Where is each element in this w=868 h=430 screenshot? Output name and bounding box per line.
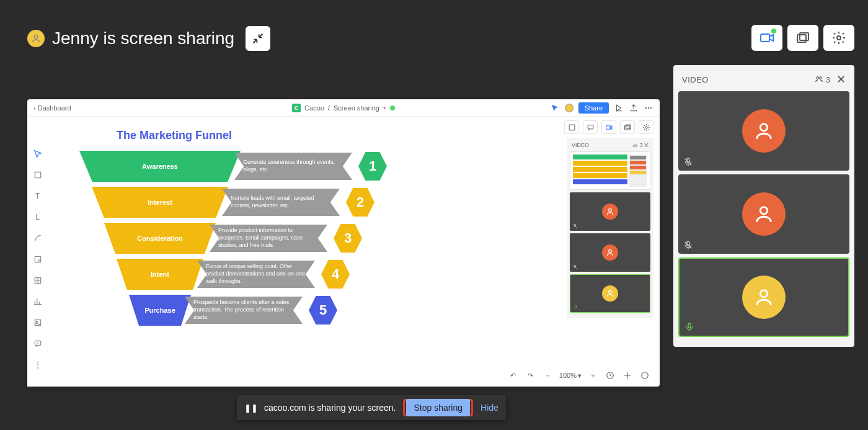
chevron-down-icon[interactable]: ▾ (383, 105, 386, 111)
funnel-stage[interactable]: Interest (92, 187, 228, 218)
inner-participant-count: ᨁ 3 ✕ (632, 142, 649, 149)
hide-button[interactable]: Hide (480, 403, 498, 413)
funnel-row: Awareness Generate awareness through eve… (61, 151, 647, 182)
svg-rect-12 (688, 323, 691, 328)
svg-point-0 (34, 35, 37, 38)
video-button[interactable] (751, 25, 782, 51)
svg-point-14 (648, 107, 649, 108)
present-button[interactable] (787, 25, 818, 51)
participant-count: 3 (814, 75, 830, 84)
settings-button[interactable] (823, 25, 854, 51)
funnel-row: Consideration Provide product informatio… (61, 223, 647, 254)
app-badge: C (292, 104, 301, 112)
video-panel-header: VIDEO 3 ✕ (678, 71, 849, 91)
text-tool[interactable]: T (32, 190, 44, 202)
svg-rect-1 (761, 34, 769, 42)
funnel-number: 4 (321, 260, 350, 289)
sticky-tool[interactable] (32, 253, 44, 266)
svg-rect-26 (626, 125, 631, 129)
participant-avatar (742, 275, 786, 319)
share-button[interactable]: Share (578, 102, 609, 114)
layers-icon[interactable] (620, 120, 635, 134)
video-tile[interactable] (678, 174, 849, 254)
svg-point-32 (609, 290, 612, 293)
chat-icon[interactable] (583, 120, 598, 134)
share-message: cacoo.com is sharing your screen. (264, 403, 396, 413)
history-icon[interactable] (604, 369, 616, 382)
back-to-dashboard[interactable]: ‹ Dashboard (33, 104, 71, 112)
canvas-bottom-controls: ↶ ↷ － 100% ▾ ＋ (507, 369, 651, 382)
funnel-stage[interactable]: Purchase (129, 295, 191, 326)
redo-icon[interactable]: ↷ (525, 369, 537, 382)
browser-share-bar: ❚❚ cacoo.com is sharing your screen. Sto… (237, 395, 506, 420)
play-icon[interactable] (614, 103, 624, 113)
svg-rect-23 (588, 125, 593, 128)
more-tools[interactable]: ⋮ (32, 359, 44, 371)
svg-rect-24 (606, 125, 610, 128)
svg-rect-17 (35, 256, 40, 262)
video-panel-title: VIDEO (682, 75, 709, 84)
funnel-number: 1 (358, 152, 387, 181)
zoom-level[interactable]: 100% ▾ (559, 372, 582, 380)
app-topbar: ‹ Dashboard C Cacoo / Screen sharing ▾ S… (27, 99, 660, 117)
tool-rail: T L ⋮ (27, 117, 48, 387)
sheet-icon[interactable] (564, 120, 579, 134)
svg-point-6 (819, 77, 822, 79)
stop-sharing-button[interactable]: Stop sharing (406, 399, 470, 416)
svg-point-15 (650, 107, 652, 108)
zoom-out-icon[interactable]: － (542, 369, 554, 382)
svg-rect-16 (35, 172, 40, 177)
pen-tool[interactable] (32, 232, 44, 244)
funnel-row: Purchase Prospects become clients after … (61, 295, 647, 326)
svg-point-20 (36, 321, 37, 322)
fit-icon[interactable] (621, 369, 634, 382)
video-tile[interactable] (678, 91, 849, 171)
shared-screen-window: ‹ Dashboard C Cacoo / Screen sharing ▾ S… (27, 99, 660, 387)
funnel-number: 3 (334, 224, 362, 253)
funnel-row: Intent Focus of unique selling point. Of… (61, 259, 647, 290)
pointer-icon[interactable] (550, 103, 560, 113)
screen-share-header: Jenny is screen sharing (27, 26, 270, 51)
svg-point-11 (760, 290, 767, 297)
canvas-toolbar (564, 120, 653, 134)
shape-tool[interactable] (32, 169, 44, 181)
funnel-desc[interactable]: Provide product information to prospects… (210, 225, 327, 252)
canvas-area[interactable]: VIDEO ᨁ 3 ✕ (48, 117, 660, 387)
chart-tool[interactable] (32, 295, 44, 308)
collapse-button[interactable] (246, 26, 270, 51)
video-icon[interactable] (601, 120, 616, 134)
funnel-row: Interest Nurture leads with email, targe… (61, 187, 647, 218)
gear-icon[interactable] (639, 120, 653, 134)
mic-active-icon (684, 322, 694, 332)
funnel-number: 5 (309, 296, 337, 325)
undo-icon[interactable]: ↶ (507, 369, 520, 382)
pause-icon[interactable]: ❚❚ (244, 403, 258, 413)
participant-avatar (742, 192, 786, 236)
funnel-stage[interactable]: Consideration (104, 223, 216, 254)
more-icon[interactable] (644, 103, 653, 113)
line-tool[interactable]: L (32, 211, 44, 223)
funnel-desc[interactable]: Focus of unique selling point. Offer pro… (197, 261, 315, 288)
help-icon[interactable] (639, 369, 651, 382)
video-tile-self[interactable] (678, 258, 849, 337)
close-icon[interactable]: ✕ (836, 73, 846, 86)
svg-rect-25 (624, 125, 629, 130)
zoom-in-icon[interactable]: ＋ (587, 369, 599, 382)
stop-sharing-highlight: Stop sharing (403, 399, 473, 416)
funnel-stage[interactable]: Intent (117, 259, 203, 290)
funnel-stage[interactable]: Awareness (79, 151, 241, 182)
comment-tool[interactable] (32, 338, 44, 350)
table-tool[interactable] (32, 274, 44, 287)
select-tool[interactable] (32, 148, 44, 160)
funnel-desc[interactable]: Nurture leads with email, targeted conte… (222, 189, 340, 216)
export-icon[interactable] (629, 103, 639, 113)
image-tool[interactable] (32, 316, 44, 329)
sync-status-icon (390, 105, 395, 110)
svg-rect-22 (569, 125, 575, 130)
presenter-avatar (27, 30, 45, 47)
funnel-desc[interactable]: Generate awareness through events, blogs… (234, 153, 352, 180)
video-active-indicator (771, 29, 776, 34)
user-avatar-small[interactable] (565, 104, 574, 112)
share-status-text: Jenny is screen sharing (52, 29, 234, 48)
funnel-desc[interactable]: Prospects become clients after a sales t… (185, 297, 303, 324)
